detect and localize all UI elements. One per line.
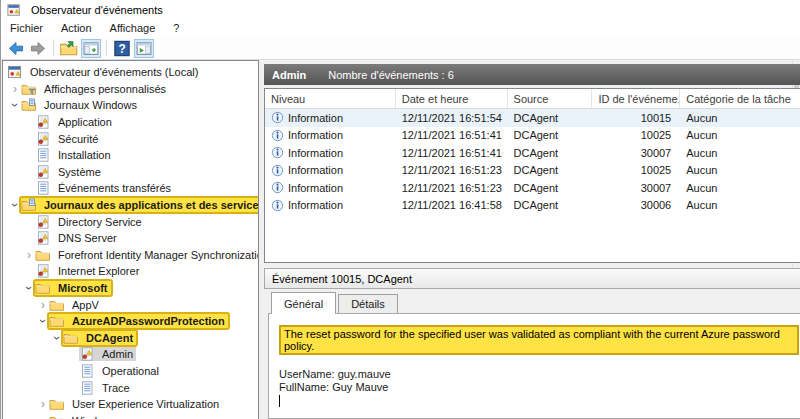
cell-event-id: 10025 (592, 162, 680, 180)
cell-level: Information (288, 199, 343, 211)
cell-level: Information (288, 129, 343, 141)
column-header-date[interactable]: Date et heure (396, 89, 508, 108)
folder-filter-icon (21, 82, 37, 96)
table-row[interactable]: Information 12/11/2021 16:51:23 DCAgent … (265, 179, 800, 197)
table-row[interactable]: Information 12/11/2021 16:51:23 DCAgent … (265, 162, 800, 180)
cell-source: DCAgent (508, 162, 593, 180)
tree-item-apps-services-logs[interactable]: › Journaux des applications et des servi… (3, 197, 258, 214)
tree-item-label: Journaux des applications et des service… (41, 199, 259, 211)
event-detail-fullname: FullName: Guy Mauve (279, 381, 799, 394)
svg-text:?: ? (118, 42, 125, 56)
folder-log-icon (21, 98, 37, 112)
tree-item-label: AppV (69, 299, 102, 311)
tree-item-appv[interactable]: › AppV (3, 296, 258, 313)
tree-item-system[interactable]: Système (3, 164, 258, 181)
table-row[interactable]: Information 12/11/2021 16:41:58 DCAgent … (265, 197, 800, 215)
event-description-highlighted: The reset password for the specified use… (279, 325, 799, 355)
chevron-down-icon[interactable]: › (10, 199, 20, 211)
tree-item-user-experience-virtualization[interactable]: › User Experience Virtualization (3, 396, 258, 413)
table-header-row: Niveau Date et heure Source ID de l'évén… (265, 89, 800, 109)
cell-event-id: 10025 (592, 127, 680, 145)
table-row[interactable]: Information 12/11/2021 16:51:41 DCAgent … (265, 144, 800, 162)
cell-category: Aucun (680, 144, 800, 162)
menu-help[interactable]: ? (164, 20, 188, 36)
menu-file[interactable]: Fichier (1, 20, 52, 36)
folder-icon (49, 314, 65, 328)
chevron-down-icon[interactable]: › (10, 99, 20, 111)
tree-item-azuread-password-protection[interactable]: › AzureADPasswordProtection (3, 313, 258, 330)
event-detail-username: UserName: guy.mauve (279, 368, 799, 381)
back-icon[interactable] (6, 39, 26, 58)
preview-pane: Événement 10015, DCAgent Général Détails… (264, 268, 800, 419)
chevron-down-icon[interactable]: › (52, 332, 62, 344)
chevron-right-icon[interactable]: › (37, 300, 49, 310)
tree-item-forefront[interactable]: › Forefront Identity Manager Synchroniza… (3, 247, 258, 264)
toolbar-separator (53, 40, 54, 56)
annotation-highlight: Microsoft (35, 281, 111, 295)
tree-item-label: Observateur d'événements (Local) (27, 66, 201, 78)
toolbar: ? (1, 37, 800, 60)
column-header-source[interactable]: Source (508, 89, 593, 108)
chevron-right-icon[interactable]: › (37, 399, 49, 409)
folder-icon (49, 397, 65, 411)
events-table: Niveau Date et heure Source ID de l'évén… (264, 88, 800, 263)
cell-datetime: 12/11/2021 16:41:58 (396, 197, 508, 215)
tree-item-custom-views[interactable]: › Affichages personnalisés (3, 81, 258, 98)
cell-source: DCAgent (508, 144, 593, 162)
tree-item-forwarded-events[interactable]: Événements transférés (3, 180, 258, 197)
menu-view[interactable]: Affichage (101, 20, 165, 36)
column-header-level[interactable]: Niveau (265, 89, 396, 108)
tree-item-dcagent[interactable]: › DCAgent (3, 330, 258, 347)
tree-item-label: DCAgent (83, 332, 136, 344)
event-log-icon (35, 115, 51, 129)
event-log-icon (35, 215, 51, 229)
tree-item-directory-service[interactable]: Directory Service (3, 213, 258, 230)
tab-general[interactable]: Général (271, 292, 336, 314)
tree-item-label: Microsoft (55, 282, 111, 294)
menu-bar: Fichier Action Affichage ? (1, 19, 800, 37)
tree-item-operational[interactable]: Operational (3, 363, 258, 380)
cell-datetime: 12/11/2021 16:51:54 (396, 109, 508, 127)
title-bar: Observateur d'événements (1, 0, 800, 19)
tab-details[interactable]: Détails (338, 294, 398, 314)
tree-item-application[interactable]: Application (3, 114, 258, 131)
folder-icon (63, 331, 79, 345)
action-pane-icon[interactable] (134, 39, 154, 58)
tree-item-label: Installation (55, 149, 114, 161)
tree-item-trace[interactable]: Trace (3, 379, 258, 396)
tree-item-dns-server[interactable]: DNS Server (3, 230, 258, 247)
event-viewer-icon (7, 65, 23, 79)
chevron-down-icon[interactable]: › (24, 282, 34, 294)
tree-item-windows-logs[interactable]: › Journaux Windows (3, 97, 258, 114)
tree-item-setup[interactable]: Installation (3, 147, 258, 164)
chevron-right-icon[interactable]: › (9, 84, 21, 94)
console-tree-icon[interactable] (81, 39, 101, 58)
event-viewer-window: Observateur d'événements Fichier Action … (0, 0, 800, 419)
chevron-right-icon[interactable]: › (23, 250, 35, 260)
tree-item-label: DNS Server (55, 232, 120, 244)
cell-level: Information (288, 112, 343, 124)
info-icon (271, 199, 284, 212)
tree-item-microsoft[interactable]: › Microsoft (3, 280, 258, 297)
event-log-icon (35, 231, 51, 245)
column-header-task-category[interactable]: Catégorie de la tâche (680, 89, 800, 108)
help-icon[interactable]: ? (112, 39, 132, 58)
cell-datetime: 12/11/2021 16:51:41 (396, 144, 508, 162)
tree-item-security[interactable]: Sécurité (3, 130, 258, 147)
menu-action[interactable]: Action (52, 20, 101, 36)
tree-item-root[interactable]: Observateur d'événements (Local) (3, 64, 258, 81)
tree-item-windows[interactable]: › Windows (3, 412, 258, 419)
export-icon[interactable] (59, 39, 79, 58)
cell-datetime: 12/11/2021 16:51:23 (396, 179, 508, 197)
tree-item-internet-explorer[interactable]: Internet Explorer (3, 263, 258, 280)
table-row[interactable]: Information 12/11/2021 16:51:41 DCAgent … (265, 127, 800, 145)
cell-category: Aucun (680, 179, 800, 197)
cell-event-id: 30007 (592, 179, 680, 197)
tree-item-admin[interactable]: Admin (3, 346, 258, 363)
chevron-down-icon[interactable]: › (38, 315, 48, 327)
table-row[interactable]: Information 12/11/2021 16:51:54 DCAgent … (265, 109, 800, 127)
tree-item-label: Application (55, 116, 115, 128)
forward-icon[interactable] (28, 39, 48, 58)
column-header-event-id[interactable]: ID de l'événeme... (592, 89, 680, 108)
cell-level: Information (288, 147, 343, 159)
